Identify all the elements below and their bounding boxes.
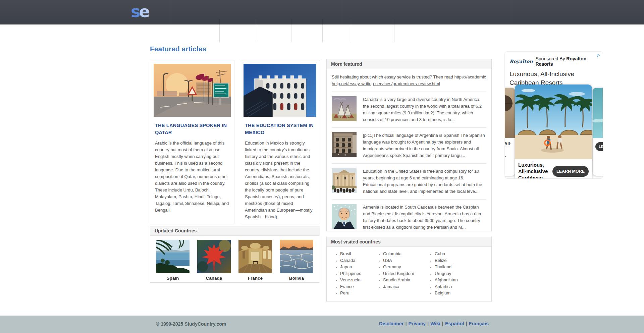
most-visited-panel: Most visited countries Brasil Canada Jap…: [326, 237, 492, 301]
separator: |: [405, 321, 407, 326]
ad-left-photo: [504, 88, 515, 138]
logo-letter-s: s: [131, 2, 139, 21]
more-featured-item-us-education: Education in the United States is free a…: [332, 168, 486, 195]
more-featured-intro: Still hesitating about which essay servi…: [332, 74, 486, 87]
more-featured-item-armenia: Armenia is located in South Caucasus bet…: [332, 204, 486, 231]
royalton-logo: Royalton: [509, 59, 533, 64]
featured-article-card-mexico: THE EDUCATION SYSTEM IN MEXICO Education…: [240, 60, 320, 223]
country-link[interactable]: Peru: [340, 290, 375, 296]
updated-country-canada[interactable]: Canada: [197, 240, 231, 281]
country-link[interactable]: Belize: [435, 257, 458, 264]
nav-tab-1[interactable]: [219, 18, 256, 42]
site-logo[interactable]: se: [131, 3, 149, 20]
ad-carousel-card-right[interactable]: LEARN MORE: [593, 88, 603, 176]
argentina-building-thumb[interactable]: [332, 132, 357, 157]
updated-country-label: France: [238, 276, 272, 281]
more-featured-heading: More featured: [327, 59, 491, 69]
more-featured-body: Education in the United States is free a…: [363, 168, 486, 195]
country-link[interactable]: Germany: [383, 264, 427, 270]
ad-left-caption: Luxurious, All-Inclusive Caribbean...: [504, 138, 515, 161]
page-footer: © 1999-2025 StudyCountry.com Disclaimer|…: [0, 316, 644, 333]
footer-link-privacy[interactable]: Privacy: [408, 321, 426, 326]
divider: [332, 92, 486, 92]
updated-country-spain[interactable]: Spain: [156, 240, 190, 281]
article-body-qatar: Arabic is the official language of this …: [155, 140, 229, 214]
logo-letter-e: e: [139, 2, 149, 21]
nav-tab-3[interactable]: [291, 18, 322, 42]
footer-link-francais[interactable]: Français: [469, 321, 489, 326]
updated-country-label: Canada: [197, 276, 231, 281]
caribbean-beach-photo: [515, 85, 592, 159]
featured-article-card-qatar: THE LANGUAGES SPOKEN IN QATAR Arabic is …: [150, 60, 234, 223]
more-featured-item-canada: Canada is a very large and diverse count…: [332, 96, 486, 123]
copyright-text: © 1999-2025 StudyCountry.com: [156, 321, 226, 327]
footer-links: Disclaimer|Privacy|Wiki|Español|Français: [379, 321, 489, 326]
country-link[interactable]: Saudia Arabia: [383, 277, 427, 283]
updated-countries-panel: Updated Countries Spain: [150, 226, 320, 283]
footer-link-disclaimer[interactable]: Disclaimer: [379, 321, 404, 326]
bolivia-thumb-image: [280, 240, 313, 273]
divider: [332, 127, 486, 128]
nav-tab-5[interactable]: [351, 18, 394, 42]
footer-link-espanol[interactable]: Español: [445, 321, 464, 326]
country-link[interactable]: Cuba: [435, 251, 458, 257]
nav-tab-2[interactable]: [256, 18, 291, 42]
article-title-mexico[interactable]: THE EDUCATION SYSTEM IN MEXICO: [245, 122, 315, 136]
most-visited-column-2: Colombia USA Germany United Kingdom Saud…: [375, 251, 427, 296]
country-link[interactable]: Jamaica: [383, 283, 427, 290]
us-school-thumb[interactable]: [332, 168, 357, 193]
country-link[interactable]: Antartica: [435, 283, 458, 290]
canada-thumb-image: [197, 240, 231, 273]
article-body-mexico: Education in Mexico is strongly linked t…: [245, 140, 315, 220]
ad-carousel-card-left[interactable]: Luxurious, All-Inclusive Caribbean...: [504, 88, 515, 176]
learn-more-button[interactable]: LEARN MORE: [552, 166, 589, 177]
separator: |: [466, 321, 467, 326]
country-link[interactable]: Belgium: [435, 290, 458, 296]
featured-articles-heading: Featured articles: [150, 45, 206, 53]
country-link[interactable]: Uruguay: [435, 270, 458, 277]
country-link[interactable]: Canada: [340, 257, 375, 264]
footer-link-wiki[interactable]: Wiki: [430, 321, 440, 326]
armenia-president-thumb[interactable]: [332, 204, 357, 229]
article-title-qatar[interactable]: THE LANGUAGES SPOKEN IN QATAR: [155, 122, 229, 136]
country-link[interactable]: Brasil: [340, 251, 375, 257]
country-link[interactable]: Colombia: [383, 251, 427, 257]
updated-countries-heading: Updated Countries: [150, 226, 320, 236]
country-link[interactable]: USA: [383, 257, 427, 264]
ad-headline[interactable]: Luxurious, All-Inclusive Caribbean Resor…: [509, 70, 598, 85]
more-featured-item-argentina: [pic1]The official language of Argentina…: [332, 132, 486, 159]
ad-carousel-card-center[interactable]: Luxurious, All-Inclusive Caribbean... LE…: [515, 85, 592, 179]
nav-tab-4[interactable]: [322, 18, 351, 42]
updated-country-france[interactable]: France: [238, 240, 272, 281]
sponsored-ad-card: ▷ Royalton Sponsored By Royalton Resorts…: [504, 51, 603, 179]
qatar-article-image[interactable]: [154, 64, 231, 117]
divider: [332, 199, 486, 200]
spain-thumb-image: [156, 240, 190, 273]
country-link[interactable]: Afghanistan: [435, 277, 458, 283]
adchoices-icon[interactable]: ▷: [596, 52, 602, 58]
more-featured-body: Canada is a very large and diverse count…: [363, 96, 486, 123]
updated-country-label: Spain: [156, 276, 190, 281]
mexico-article-image[interactable]: [244, 64, 316, 117]
ad-right-cta-button[interactable]: LEARN MORE: [595, 142, 603, 151]
separator: |: [442, 321, 443, 326]
sponsored-by-text: Sponsored By Royalton Resorts: [535, 56, 598, 67]
country-link[interactable]: Venezuela: [340, 277, 375, 283]
country-link[interactable]: France: [340, 283, 375, 290]
divider: [332, 163, 486, 164]
more-featured-body: [pic1]The official language of Argentina…: [363, 132, 486, 159]
country-link[interactable]: Philippines: [340, 270, 375, 277]
most-visited-column-1: Brasil Canada Japan Philippines Venezuel…: [332, 251, 375, 296]
most-visited-heading: Most visited countries: [327, 237, 491, 247]
country-link[interactable]: Thailand: [435, 264, 458, 270]
sponsored-prefix: Sponsored By: [535, 56, 566, 61]
country-link[interactable]: Japan: [340, 264, 375, 270]
canada-teepees-thumb[interactable]: [332, 96, 357, 121]
more-featured-panel: More featured Still hesitating about whi…: [326, 59, 492, 231]
ad-right-photo: [593, 88, 603, 138]
intro-text: Still hesitating about which essay servi…: [332, 74, 454, 79]
country-link[interactable]: United Kingdom: [383, 270, 427, 277]
updated-country-bolivia[interactable]: Bolivia: [280, 240, 313, 281]
most-visited-column-3: Cuba Belize Thailand Uruguay Afghanistan…: [427, 251, 458, 296]
separator: |: [427, 321, 429, 326]
